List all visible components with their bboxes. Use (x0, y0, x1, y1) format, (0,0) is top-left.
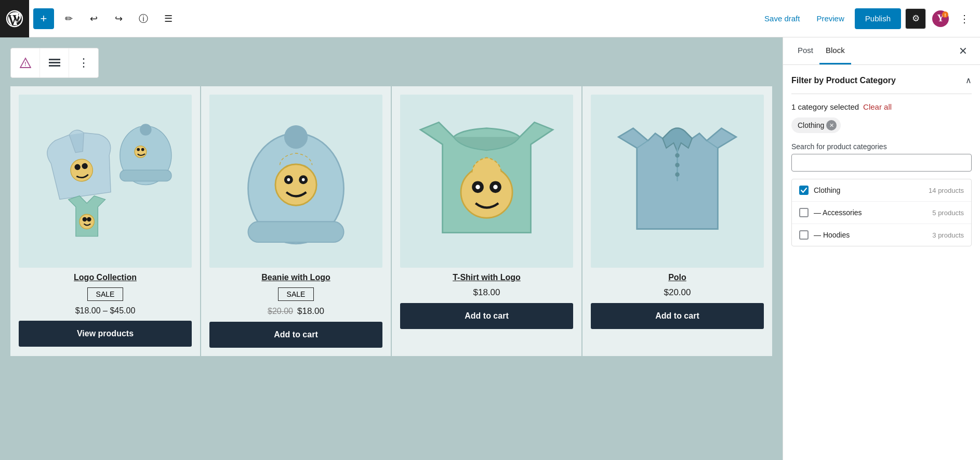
category-checkbox-accessories[interactable] (799, 208, 809, 217)
section-filter-category: Filter by Product Category ∧ (791, 75, 972, 85)
svg-rect-9 (49, 62, 60, 63)
editor-area: ! ⋮ (0, 37, 783, 460)
product-card-logo-collection: Logo Collection SALE $18.00 – $45.00 Vie… (10, 86, 200, 356)
undo-button[interactable]: ↩ (83, 8, 104, 29)
category-checkbox-hoodies[interactable] (799, 230, 809, 240)
svg-point-38 (675, 163, 679, 167)
filter-count-label: 1 category selected (791, 102, 859, 111)
selected-categories-area: Clothing ✕ (791, 117, 972, 133)
sale-badge-logo-collection: SALE (87, 287, 124, 301)
block-more-button[interactable]: ⋮ (69, 48, 98, 77)
svg-point-16 (140, 124, 152, 136)
price-sale-beanie: $18.00 (297, 306, 324, 317)
svg-point-21 (83, 217, 87, 221)
add-to-cart-button-tshirt-with-logo[interactable]: Add to cart (400, 303, 573, 329)
product-image-polo (591, 95, 764, 268)
add-block-button[interactable]: + (33, 8, 54, 29)
product-title-logo-collection[interactable]: Logo Collection (74, 273, 137, 282)
svg-rect-10 (49, 65, 60, 67)
sidebar-content: Filter by Product Category ∧ 1 category … (783, 65, 980, 460)
category-name-accessories: — Accessories (814, 208, 927, 217)
svg-text:!: ! (945, 12, 946, 18)
sale-badge-beanie-with-logo: SALE (278, 287, 314, 301)
price-original-beanie: $20.00 (268, 307, 293, 316)
svg-point-20 (80, 214, 94, 229)
svg-point-28 (287, 178, 290, 181)
product-card-polo: Polo $20.00 Add to cart (582, 86, 772, 356)
yoast-icon[interactable]: Y ! (930, 8, 951, 29)
add-to-cart-button-beanie-with-logo[interactable]: Add to cart (209, 322, 382, 348)
block-align-button[interactable] (40, 48, 69, 77)
main-layout: ! ⋮ (0, 37, 980, 460)
svg-point-33 (475, 185, 480, 189)
redo-button[interactable]: ↪ (108, 8, 129, 29)
wp-logo-icon[interactable] (0, 0, 29, 37)
category-item-hoodies[interactable]: — Hoodies 3 products (792, 224, 971, 246)
category-count-accessories: 5 products (932, 209, 964, 217)
edit-button[interactable]: ✏ (58, 8, 79, 29)
sidebar-tabs: Post Block ✕ (783, 37, 980, 65)
tab-block[interactable]: Block (819, 37, 851, 64)
category-name-hoodies: — Hoodies (814, 231, 927, 239)
product-price-logo-collection: $18.00 – $45.00 (75, 306, 136, 316)
product-image-beanie-with-logo (209, 95, 382, 268)
product-title-polo[interactable]: Polo (668, 273, 686, 282)
svg-point-22 (87, 217, 91, 221)
svg-point-19 (141, 148, 144, 151)
sidebar: Post Block ✕ Filter by Product Category … (783, 37, 980, 460)
product-image-logo-collection (19, 95, 192, 268)
svg-rect-8 (49, 59, 60, 60)
product-price-beanie-with-logo: $20.00 $18.00 (268, 306, 324, 317)
save-draft-button[interactable]: Save draft (758, 14, 806, 23)
svg-rect-15 (120, 170, 171, 181)
search-categories-label: Search for product categories (791, 142, 972, 151)
category-name-clothing: Clothing (814, 186, 923, 194)
category-item-accessories[interactable]: — Accessories 5 products (792, 202, 971, 224)
product-image-tshirt-with-logo (400, 95, 573, 268)
svg-rect-24 (248, 221, 344, 242)
svg-point-31 (461, 166, 512, 218)
topbar: + ✏ ↩ ↪ ⓘ ☰ Save draft Preview Publish ⚙… (0, 0, 980, 37)
selected-category-clothing: Clothing ✕ (791, 117, 841, 133)
svg-point-30 (302, 178, 305, 181)
remove-clothing-button[interactable]: ✕ (826, 120, 837, 130)
product-title-tshirt-with-logo[interactable]: T-Shirt with Logo (453, 273, 521, 282)
product-price-tshirt-with-logo: $18.00 (473, 287, 500, 298)
section-toggle-button[interactable]: ∧ (965, 75, 972, 85)
search-categories-input[interactable] (791, 154, 972, 172)
publish-button[interactable]: Publish (855, 8, 901, 29)
svg-point-26 (275, 164, 316, 205)
product-price-polo: $20.00 (664, 287, 691, 298)
preview-button[interactable]: Preview (810, 14, 850, 23)
svg-point-39 (675, 173, 679, 177)
more-options-button[interactable]: ⋮ (955, 12, 974, 25)
category-list: Clothing 14 products — Accessories 5 pro… (791, 179, 972, 246)
svg-point-35 (493, 185, 497, 189)
list-view-button[interactable]: ☰ (158, 8, 179, 29)
add-to-cart-button-polo[interactable]: Add to cart (591, 303, 764, 329)
sidebar-close-button[interactable]: ✕ (955, 41, 972, 61)
section-divider (791, 94, 972, 94)
section-title-text: Filter by Product Category (791, 76, 896, 85)
tab-post[interactable]: Post (791, 37, 819, 64)
settings-button[interactable]: ⚙ (905, 8, 926, 29)
category-checkbox-clothing[interactable] (799, 186, 809, 195)
svg-point-18 (137, 148, 140, 151)
view-products-button-logo-collection[interactable]: View products (19, 321, 192, 347)
svg-text:!: ! (24, 61, 26, 67)
product-grid: Logo Collection SALE $18.00 – $45.00 Vie… (10, 86, 772, 356)
selected-category-label: Clothing (798, 121, 824, 129)
block-toolbar: ! ⋮ (10, 48, 99, 78)
category-item-clothing[interactable]: Clothing 14 products (792, 179, 971, 202)
block-warning-button[interactable]: ! (11, 48, 40, 77)
clear-all-button[interactable]: Clear all (863, 102, 892, 111)
filter-status-row: 1 category selected Clear all (791, 102, 972, 111)
svg-point-25 (284, 125, 308, 149)
product-title-beanie-with-logo[interactable]: Beanie with Logo (261, 273, 330, 282)
product-card-beanie-with-logo: Beanie with Logo SALE $20.00 $18.00 Add … (201, 86, 391, 356)
category-count-clothing: 14 products (929, 187, 964, 194)
svg-point-37 (675, 153, 679, 157)
category-count-hoodies: 3 products (932, 231, 964, 239)
info-button[interactable]: ⓘ (133, 8, 154, 29)
product-card-tshirt-with-logo: T-Shirt with Logo $18.00 Add to cart (392, 86, 581, 356)
